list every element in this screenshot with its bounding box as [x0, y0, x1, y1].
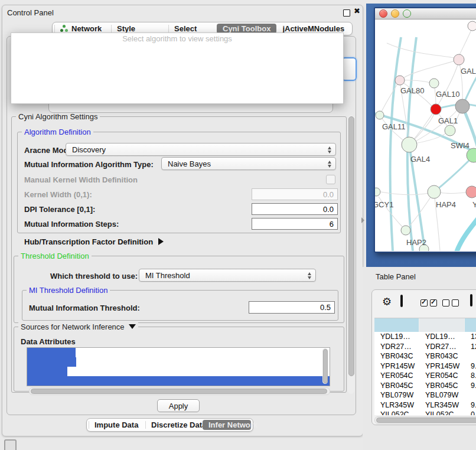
- table-cell: YER054C: [419, 371, 465, 381]
- network-node-label: GAL: [461, 67, 476, 76]
- network-node[interactable]: [445, 125, 455, 136]
- table-row[interactable]: YDL19…YDL19…13: [374, 332, 476, 342]
- split-pane-collapse-icon[interactable]: [361, 217, 364, 223]
- docked-panel-icon[interactable]: [4, 439, 17, 450]
- mi-steps-field[interactable]: [252, 218, 338, 230]
- network-node[interactable]: [395, 76, 405, 85]
- network-node[interactable]: [431, 104, 441, 115]
- algorithm-option[interactable]: [11, 82, 343, 92]
- network-node[interactable]: [401, 226, 410, 235]
- apply-button[interactable]: Apply: [157, 399, 200, 412]
- close-traffic-light-icon[interactable]: [379, 9, 387, 18]
- algorithm-option[interactable]: [11, 54, 61, 63]
- table-row[interactable]: YER054CYER054C8.: [374, 371, 476, 381]
- table-row[interactable]: YBL079WYBL079W: [374, 390, 476, 400]
- kernel-width-field[interactable]: [252, 188, 338, 200]
- network-node[interactable]: [376, 111, 384, 119]
- combo-value: MI Threshold: [145, 271, 190, 280]
- attribute-list-item[interactable]: [27, 376, 330, 386]
- mi-steps-label: Mutual Information Steps:: [24, 220, 119, 229]
- tab[interactable]: Infer Network: [203, 420, 251, 430]
- table-cell: YIL052C: [419, 410, 465, 415]
- select-all-icon[interactable]: [420, 299, 437, 306]
- scrollbar-thumb[interactable]: [31, 389, 327, 394]
- table-cell: YER054C: [374, 371, 419, 381]
- network-node[interactable]: [468, 21, 476, 31]
- table-cell: YBR043C: [419, 351, 465, 361]
- mi-threshold-field[interactable]: [249, 301, 335, 314]
- which-threshold-label: Which threshold to use:: [50, 272, 138, 281]
- gear-icon[interactable]: ⚙: [382, 296, 392, 307]
- attribute-list-scrollbar[interactable]: [322, 348, 328, 384]
- network-node[interactable]: [375, 188, 380, 196]
- attribute-list-item[interactable]: [27, 357, 76, 367]
- tab-label: Infer Network: [208, 420, 257, 429]
- tab-label: Cyni Toolbox: [223, 24, 270, 33]
- network-node[interactable]: [466, 186, 476, 198]
- mi-algorithm-type-combo[interactable]: Naive Bayes: [161, 157, 336, 170]
- new-table-icon[interactable]: [470, 294, 472, 306]
- table-horizontal-scrollbar[interactable]: [374, 416, 476, 424]
- minimize-traffic-light-icon[interactable]: [391, 9, 399, 18]
- algorithm-option[interactable]: [11, 44, 61, 54]
- dpi-tolerance-label: DPI Tolerance [0,1]:: [24, 205, 95, 214]
- network-node[interactable]: [402, 137, 417, 152]
- mi-type-label: Mutual Information Algorithm Type:: [24, 160, 154, 169]
- settings-vertical-scrollbar[interactable]: [348, 115, 354, 394]
- dpi-tolerance-field[interactable]: [252, 203, 338, 215]
- network-node-label: HAP4: [436, 200, 456, 209]
- algorithm-option[interactable]: [11, 73, 343, 82]
- algorithm-option[interactable]: [11, 63, 53, 73]
- table-row[interactable]: YBR043CYBR043C: [374, 351, 476, 361]
- tab[interactable]: Impute Data: [89, 420, 145, 430]
- table-row[interactable]: YIL052CYIL052C0.: [374, 410, 476, 415]
- aracne-mode-combo[interactable]: Discovery: [66, 143, 336, 156]
- network-node[interactable]: [454, 54, 464, 65]
- network-node[interactable]: [455, 99, 470, 113]
- close-icon[interactable]: ✖: [354, 6, 360, 15]
- network-window-titlebar[interactable]: [375, 8, 476, 19]
- tab[interactable]: Discretize Data: [145, 420, 203, 430]
- network-view-window[interactable]: GALGAL80GAL10GAL1GAL11SWI4GAL4GCY1HAP4YH…: [374, 7, 476, 253]
- table-cell: YBR045C: [419, 381, 465, 391]
- which-threshold-combo[interactable]: MI Threshold: [139, 269, 316, 282]
- network-node[interactable]: [429, 79, 439, 88]
- attribute-list-item[interactable]: [27, 348, 76, 357]
- column-header[interactable]: [419, 318, 465, 332]
- column-header[interactable]: [374, 318, 419, 332]
- data-attributes-list: [27, 347, 330, 386]
- scrollbar-thumb[interactable]: [376, 418, 476, 423]
- table-row[interactable]: YDR27…YDR27…12: [374, 342, 476, 352]
- scrollbar-thumb[interactable]: [323, 349, 328, 383]
- network-node-label: GAL4: [410, 155, 430, 164]
- group-title: MI Threshold Definition: [27, 286, 110, 295]
- table-row[interactable]: YPR145WYPR145W9.: [374, 361, 476, 371]
- hub-section-toggle[interactable]: Hub/Transcription Factor Definition: [24, 237, 164, 246]
- sources-title-text: Sources for Network Inference: [21, 322, 125, 331]
- settings-horizontal-scrollbar[interactable]: [29, 387, 330, 395]
- table-row[interactable]: YLR345WYLR345W9.: [374, 400, 476, 410]
- algorithm-option[interactable]: [11, 92, 343, 101]
- sources-group-title[interactable]: Sources for Network Inference: [18, 322, 138, 331]
- column-header[interactable]: [465, 318, 476, 332]
- split-columns-icon[interactable]: [400, 295, 403, 307]
- table-cell: [465, 390, 476, 400]
- network-node-label: GAL11: [382, 122, 406, 131]
- manual-kernel-checkbox[interactable]: [326, 175, 335, 184]
- float-window-icon[interactable]: [343, 9, 350, 17]
- table-body: YDL19…YDL19…13YDR27…YDR27…12YBR043CYBR04…: [374, 332, 476, 415]
- network-canvas[interactable]: GALGAL80GAL10GAL1GAL11SWI4GAL4GCY1HAP4YH…: [375, 19, 476, 251]
- network-node-label: GAL80: [400, 86, 424, 95]
- table-row[interactable]: YBR045CYBR045C9.: [374, 381, 476, 391]
- network-node[interactable]: [428, 185, 441, 198]
- table-panel-title: Table Panel: [376, 272, 416, 281]
- scrollbar-thumb[interactable]: [348, 116, 354, 376]
- attribute-list-item[interactable]: [27, 367, 67, 376]
- table-cell: YPR145W: [419, 361, 465, 371]
- network-node[interactable]: [467, 148, 476, 162]
- table-header-row: [374, 318, 476, 332]
- combo-stepper-icon: [328, 161, 331, 168]
- zoom-traffic-light-icon[interactable]: [403, 9, 411, 18]
- dropdown-placeholder: Select algorithm to view settings: [11, 34, 343, 44]
- deselect-all-icon[interactable]: [442, 299, 459, 306]
